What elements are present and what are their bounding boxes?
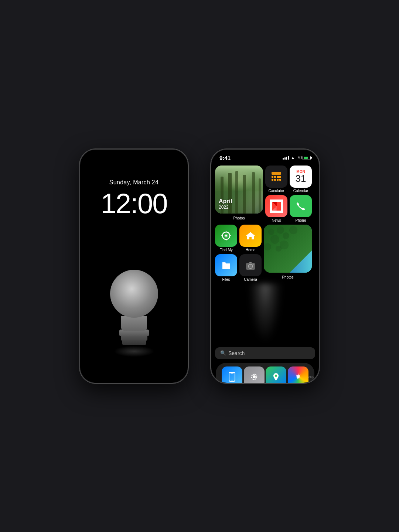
lock-date: Sunday, March 24 [109,179,158,186]
search-icon: 🔍 [220,350,226,356]
watermark: dtip [308,375,314,379]
dock-settings-icon[interactable] [244,366,265,383]
app-row-1: April 2022 Photos [215,166,315,222]
lock-screen-phone: Sunday, March 24 12:00 [79,149,188,383]
svg-point-31 [270,235,279,244]
svg-point-26 [249,265,252,267]
news-icon[interactable] [265,195,287,217]
battery-icon [303,156,311,160]
calculator-label: Caculator [269,189,284,193]
phone-svg [295,200,307,212]
right-row-top: Caculator MON 31 Calendar [265,166,312,193]
news-letter [265,195,287,217]
search-bar[interactable]: 🔍 Search [215,347,315,359]
svg-rect-5 [252,172,255,214]
svg-rect-4 [243,175,246,214]
dock-iphone-icon[interactable] [222,366,242,383]
svg-rect-6 [259,178,261,214]
svg-point-40 [253,375,256,378]
svg-point-33 [289,226,297,234]
battery-percent: 70 [297,155,302,160]
svg-rect-8 [272,176,273,178]
calculator-app[interactable]: Caculator [265,166,287,193]
findmy-icon[interactable] [215,225,237,247]
right-row-bottom: News Phone [265,195,312,222]
svg-point-42 [275,375,277,377]
signal-bar-4 [288,156,289,160]
phone-app[interactable]: Phone [290,195,312,222]
camera-label: Camera [244,277,257,282]
signal-bar-2 [284,157,286,160]
findmy-svg [220,230,232,242]
calc-svg [270,170,283,183]
svg-point-39 [231,379,232,381]
svg-point-18 [225,235,227,236]
calendar-day-number: 31 [296,174,306,183]
home-svg [245,230,256,242]
svg-point-34 [264,243,271,250]
aerial-widget[interactable] [264,225,312,273]
left-apps-col: Find My Files [215,225,237,282]
camera-app[interactable]: Camera [239,254,262,282]
signal-bar-3 [286,157,287,160]
svg-point-36 [280,241,289,249]
status-bar: 9:41 ▲ 70 [211,150,319,163]
calendar-app[interactable]: MON 31 Calendar [290,166,312,193]
battery-container: 70 [297,155,311,160]
calculator-icon[interactable] [265,166,287,188]
photos-year: 2022 [219,205,232,210]
svg-rect-3 [235,171,238,214]
wifi-icon: ▲ [291,155,295,160]
svg-point-32 [283,232,289,239]
svg-point-27 [253,263,254,265]
home-app[interactable]: Home [239,225,262,252]
photos-widget[interactable]: April 2022 [215,166,263,214]
svg-point-29 [268,229,274,235]
signal-bar-1 [283,158,284,160]
dock-maps-icon[interactable] [266,366,286,383]
light-beam [249,284,282,343]
svg-rect-11 [272,179,273,181]
home-label: Home [246,248,256,252]
battery-fill [304,157,308,159]
aerial-widget-label: Photos [264,275,312,279]
light-beam-area [215,284,315,343]
files-icon[interactable] [215,254,237,276]
svg-rect-38 [231,373,233,374]
dock-photos-icon[interactable] [288,366,308,383]
findmy-app[interactable]: Find My [215,225,237,252]
app-row-2: Find My Files [215,225,315,282]
news-svg [270,200,283,213]
bulb-neck [121,316,147,331]
dock-photos-svg [293,372,303,382]
right-col: Caculator MON 31 Calendar [265,166,312,222]
svg-rect-12 [274,179,276,181]
signal-icon [283,156,289,160]
files-app[interactable]: Files [215,254,237,282]
news-app[interactable]: News [265,195,287,222]
camera-svg [245,259,256,271]
phone-icon[interactable] [290,195,312,217]
svg-rect-10 [277,176,281,178]
bulb-shadow [114,346,154,357]
dock [216,363,314,383]
photos-month: April [219,198,232,205]
camera-icon[interactable] [239,254,262,276]
svg-rect-7 [272,172,281,175]
calendar-icon[interactable]: MON 31 [290,166,312,188]
home-content: April 2022 Photos [211,163,319,346]
news-label: News [272,218,281,222]
status-icons: ▲ 70 [283,155,311,160]
status-time: 9:41 [219,155,231,161]
aerial-widget-col: Photos [264,225,312,279]
home-icon[interactable] [239,225,262,247]
middle-apps-col: Home Camera [239,225,262,282]
lock-time: 12:00 [100,187,167,219]
svg-rect-14 [279,179,281,181]
iphone-svg [227,372,237,382]
files-svg [220,259,232,271]
settings-svg [249,372,259,382]
aerial-svg [264,225,312,273]
maps-svg [271,372,281,382]
photos-widget-label: April 2022 [219,198,232,210]
